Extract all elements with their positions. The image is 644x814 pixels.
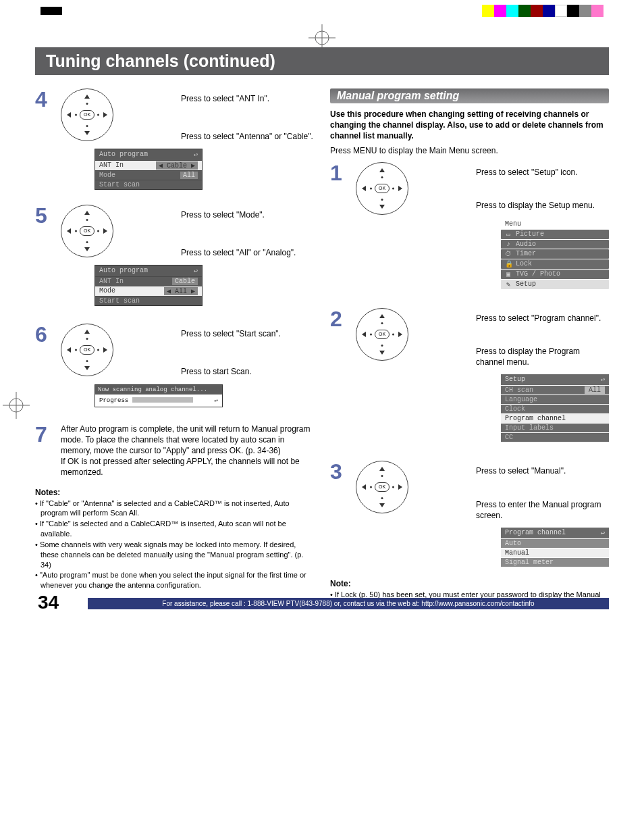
osd4-mode: Mode	[99, 172, 115, 179]
menu-picture: Picture	[516, 230, 544, 238]
section-lead: Use this procedure when changing setting…	[330, 109, 609, 142]
menu-title: Menu	[501, 219, 609, 229]
setup-cc: CC	[505, 434, 513, 441]
r-step-1: 1 OK Press to select "Setup" icon. Press…	[330, 162, 609, 215]
audio-icon: ♪	[505, 240, 512, 248]
dpad-icon: OK	[356, 308, 408, 361]
setup-icon: ✎	[505, 280, 512, 288]
r-step-2: 2 OK Press to select "Program channel". …	[330, 308, 609, 371]
back-icon: ↩	[601, 529, 605, 537]
step7-text: After Auto program is complete, the unit…	[61, 424, 314, 478]
page-title: Tuning channels (continued)	[35, 47, 609, 75]
step6-instruction-b: Press to start Scan.	[181, 367, 281, 378]
r3-a: Press to select "Manual".	[476, 466, 609, 477]
notes-heading: Notes:	[35, 488, 314, 497]
setup-ch-scan: CH scan	[505, 386, 533, 394]
osd-auto-program-1: Auto program↩ ANT In◀ Cable ▶ ModeAll St…	[95, 149, 203, 190]
setup-title: Setup	[505, 376, 525, 384]
menu-lock: Lock	[516, 260, 532, 268]
timer-icon: ⏱	[505, 250, 512, 258]
dpad-icon: OK	[61, 324, 113, 376]
scan-msg: Now scanning analog channel...	[95, 385, 222, 395]
progress-bar-icon	[132, 397, 193, 403]
osd4-title: Auto program	[99, 151, 148, 159]
r1-a: Press to select "Setup" icon.	[476, 168, 595, 178]
step-number-1: 1	[330, 162, 348, 184]
step-number-2: 2	[330, 308, 348, 330]
right-note-heading: Note:	[330, 579, 609, 588]
dpad-icon: OK	[61, 205, 113, 257]
photo-icon: ▣	[505, 270, 512, 278]
scan-progress-label: Progress	[99, 397, 128, 404]
osd5-mode: Mode	[99, 287, 115, 295]
menu-timer: Timer	[516, 250, 536, 257]
r2-a: Press to select "Program channel".	[476, 313, 609, 324]
osd5-start-scan: Start scan	[99, 297, 140, 305]
side-crop-mark	[3, 392, 30, 420]
step-4: 4 OK Press to select "ANT In". Press to …	[35, 88, 314, 145]
step4-instruction-b: Press to select "Antenna" or "Cable".	[181, 132, 313, 143]
r-step-3: 3 OK Press to select "Manual". Press to …	[330, 461, 609, 524]
main-menu-box: Menu ▭Picture ♪Audio ⏱Timer 🔒Lock ▣TVG /…	[501, 219, 609, 289]
note-item: "Auto program" must be done when you sel…	[35, 570, 314, 590]
setup-language: Language	[505, 396, 537, 403]
prog-auto: Auto	[501, 539, 609, 548]
setup-clock: Clock	[505, 405, 525, 413]
step-number-5: 5	[35, 205, 53, 226]
step-5: 5 OK Press to select "Mode". Press to se…	[35, 205, 314, 261]
setup-program-channel: Program channel	[505, 415, 566, 422]
menu-setup: Setup	[516, 280, 536, 288]
r2-b: Press to display the Program channel men…	[476, 347, 609, 367]
ok-button-label: OK	[80, 110, 95, 120]
back-icon: ↩	[194, 151, 198, 159]
right-column: Manual program setting Use this procedur…	[330, 88, 609, 611]
prog-title: Program channel	[505, 529, 566, 537]
prog-manual: Manual	[501, 549, 609, 557]
prog-signal-meter: Signal meter	[501, 558, 609, 567]
notes-list: If "Cable" or "Antenna" is selected and …	[35, 499, 314, 591]
dpad-icon: OK	[356, 162, 408, 215]
dpad-icon: OK	[356, 461, 408, 513]
dpad-icon: OK	[61, 88, 113, 141]
note-item: If "Cable" or "Antenna" is selected and …	[35, 499, 314, 519]
page-number: 34	[38, 592, 59, 613]
footer-assistance: For assistance, please call : 1-888-VIEW…	[88, 598, 609, 609]
step-7: 7 After Auto program is complete, the un…	[35, 424, 314, 478]
step-number-4: 4	[35, 88, 53, 110]
osd4-ant-in: ANT In	[99, 161, 124, 170]
note-item: Some channels with very weak signals may…	[35, 540, 314, 570]
setup-menu-box: Setup↩ CH scanAll Language Clock Program…	[501, 374, 609, 442]
back-icon: ↩	[601, 376, 605, 384]
r3-b: Press to enter the Manual program screen…	[476, 500, 609, 521]
step-number-3: 3	[330, 461, 348, 482]
osd5-ant-in: ANT In	[99, 278, 124, 285]
step5-instruction-b: Press to select "All" or "Analog".	[181, 248, 296, 259]
menu-tvg-photo: TVG / Photo	[516, 270, 560, 278]
section-heading: Manual program setting	[330, 88, 609, 103]
section-pretext: Press MENU to display the Main Menu scre…	[330, 146, 609, 155]
scan-progress-box: Now scanning analog channel... Progress …	[95, 384, 223, 407]
setup-input-labels: Input labels	[505, 424, 554, 432]
back-icon: ↩	[194, 267, 198, 275]
step5-instruction-a: Press to select "Mode".	[181, 210, 296, 221]
menu-audio: Audio	[516, 240, 536, 248]
osd5-title: Auto program	[99, 267, 148, 275]
step-number-7: 7	[35, 424, 53, 445]
osd4-start-scan: Start scan	[99, 181, 140, 188]
program-channel-box: Program channel↩ Auto Manual Signal mete…	[501, 528, 609, 567]
osd-auto-program-2: Auto program↩ ANT InCable Mode◀ All ▶ St…	[95, 265, 203, 306]
note-item: If "Cable" is selected and a CableCARD™ …	[35, 519, 314, 539]
picture-icon: ▭	[505, 230, 512, 238]
lock-icon: 🔒	[505, 260, 512, 268]
r1-b: Press to display the Setup menu.	[476, 201, 595, 211]
back-icon: ↩	[215, 397, 218, 405]
step6-instruction-a: Press to select "Start scan".	[181, 329, 281, 340]
step4-instruction-a: Press to select "ANT In".	[181, 94, 313, 105]
step-6: 6 OK Press to select "Start scan". Press…	[35, 324, 314, 380]
left-column: 4 OK Press to select "ANT In". Press to …	[35, 88, 314, 611]
step-number-6: 6	[35, 324, 53, 345]
